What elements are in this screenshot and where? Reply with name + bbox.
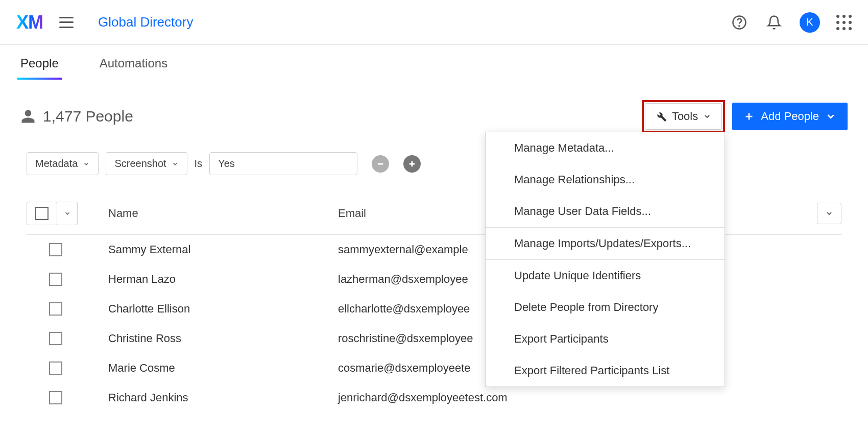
breadcrumb[interactable]: Global Directory: [98, 14, 193, 30]
menu-manage-imports[interactable]: Manage Imports/Updates/Exports...: [486, 228, 725, 259]
row-checkbox[interactable]: [49, 391, 62, 404]
row-name: Christine Ross: [108, 332, 338, 345]
menu-icon[interactable]: [59, 17, 74, 28]
row-checkbox[interactable]: [49, 332, 62, 345]
row-checkbox[interactable]: [49, 302, 62, 316]
chevron-down-icon: [83, 160, 90, 167]
chevron-down-icon: [172, 160, 179, 167]
avatar[interactable]: K: [800, 12, 820, 33]
add-filter-button[interactable]: [403, 155, 421, 173]
row-checkbox[interactable]: [49, 273, 62, 286]
tools-highlight: Tools: [642, 100, 725, 133]
tab-people[interactable]: People: [20, 45, 59, 80]
plus-icon: [743, 111, 755, 122]
filter-value-input[interactable]: [209, 152, 357, 175]
chevron-down-icon: [825, 209, 833, 218]
tab-automations[interactable]: Automations: [100, 45, 167, 80]
apps-grid-icon[interactable]: [836, 15, 852, 30]
menu-manage-user-data-fields[interactable]: Manage User Data Fields...: [486, 196, 725, 227]
chevron-down-icon: [703, 112, 711, 120]
row-name: Charlotte Ellison: [108, 302, 338, 316]
table-row[interactable]: Richard Jenkinsjenrichard@dsxemployeetes…: [27, 383, 841, 413]
row-checkbox[interactable]: [49, 243, 62, 256]
add-people-label: Add People: [761, 110, 819, 123]
tools-button[interactable]: Tools: [645, 103, 722, 130]
menu-delete-people[interactable]: Delete People from Directory: [486, 292, 725, 323]
page-header: 1,477 People Tools Add People Manage Met…: [0, 80, 868, 143]
bell-icon[interactable]: [765, 13, 783, 32]
row-name: Marie Cosme: [108, 361, 338, 375]
filter-type-label: Metadata: [35, 158, 78, 170]
select-all-dropdown[interactable]: [27, 202, 57, 225]
filter-operator-label: Is: [195, 158, 203, 170]
people-count: 1,477 People: [20, 108, 133, 125]
topbar: XM Global Directory K: [0, 0, 868, 45]
people-count-label: 1,477 People: [43, 108, 133, 125]
tools-dropdown: Manage Metadata... Manage Relationships.…: [485, 132, 725, 387]
tabs: People Automations: [0, 45, 868, 80]
row-name: Richard Jenkins: [108, 391, 338, 404]
page-header-right: Tools Add People Manage Metadata... Mana…: [642, 100, 848, 133]
column-header-name[interactable]: Name: [108, 207, 338, 220]
row-name: Herman Lazo: [108, 273, 338, 286]
menu-export-filtered-participants[interactable]: Export Filtered Participants List: [486, 355, 725, 387]
chevron-down-icon: [64, 210, 71, 217]
tools-label: Tools: [672, 110, 698, 123]
filters-row: Metadata Screenshot Is: [0, 143, 868, 184]
plus-icon: [407, 159, 417, 168]
add-people-button[interactable]: Add People: [732, 103, 848, 130]
row-name: Sammy External: [108, 243, 338, 256]
topbar-right: K: [730, 12, 852, 33]
svg-point-1: [739, 26, 739, 26]
menu-manage-relationships[interactable]: Manage Relationships...: [486, 164, 725, 196]
menu-export-participants[interactable]: Export Participants: [486, 323, 725, 355]
filter-field-select[interactable]: Screenshot: [106, 152, 187, 175]
column-options-button[interactable]: [817, 203, 841, 224]
wrench-icon: [656, 111, 667, 122]
menu-update-unique-identifiers[interactable]: Update Unique Identifiers: [486, 260, 725, 292]
person-icon: [20, 109, 36, 124]
row-checkbox[interactable]: [49, 361, 62, 375]
menu-manage-metadata[interactable]: Manage Metadata...: [486, 132, 725, 164]
remove-filter-button[interactable]: [372, 155, 389, 173]
select-all-chevron[interactable]: [57, 202, 78, 225]
filter-type-select[interactable]: Metadata: [27, 152, 99, 175]
people-table: Name Email Sammy Externalsammyexternal@e…: [0, 184, 868, 413]
help-icon[interactable]: [730, 13, 749, 32]
logo: XM: [16, 12, 43, 33]
row-email: jenrichard@dsxemployeetest.com: [338, 391, 841, 404]
chevron-down-icon: [825, 111, 836, 122]
select-all-checkbox[interactable]: [35, 207, 49, 220]
filter-field-label: Screenshot: [114, 158, 166, 170]
minus-icon: [376, 159, 385, 168]
